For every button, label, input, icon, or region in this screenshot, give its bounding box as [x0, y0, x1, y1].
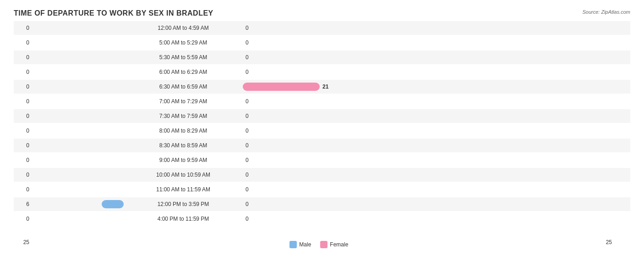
legend-female-label: Female — [330, 241, 348, 248]
chart-row: 0 7:30 AM to 7:59 AM 0 — [14, 109, 630, 123]
chart-row: 0 6:00 AM to 6:29 AM 0 — [14, 65, 630, 79]
male-value: 0 — [14, 172, 32, 178]
male-bar-container — [32, 53, 124, 61]
chart-row: 0 5:30 AM to 5:59 AM 0 — [14, 50, 630, 64]
female-value: 0 — [243, 172, 249, 178]
male-bar-container — [32, 127, 124, 135]
male-value: 0 — [14, 98, 32, 105]
female-bar-container: 0 — [243, 185, 630, 194]
female-bar-container: 0 — [243, 97, 630, 106]
male-value: 0 — [14, 39, 32, 46]
male-value: 0 — [14, 128, 32, 134]
male-value: 0 — [14, 113, 32, 119]
time-label: 5:00 AM to 5:29 AM — [124, 39, 243, 46]
legend-male: Male — [289, 241, 311, 248]
legend-female-box — [320, 241, 327, 248]
axis-left-value: 25 — [14, 239, 32, 245]
male-bar-container — [32, 141, 124, 150]
female-bar — [243, 83, 320, 91]
axis-bottom: 25 Male Female 25 — [14, 236, 630, 248]
male-bar-container — [32, 97, 124, 106]
female-value: 0 — [243, 186, 249, 193]
male-bar-container — [32, 171, 124, 179]
time-label: 12:00 AM to 4:59 AM — [124, 25, 243, 31]
male-bar-container — [32, 156, 124, 164]
female-bar-container: 0 — [243, 24, 630, 32]
female-value: 0 — [243, 54, 249, 61]
time-label: 12:00 PM to 3:59 PM — [124, 201, 243, 207]
axis-right-value: 25 — [606, 239, 630, 245]
time-label: 5:30 AM to 5:59 AM — [124, 54, 243, 61]
male-bar-container — [32, 215, 124, 223]
female-bar-container: 0 — [243, 39, 630, 47]
female-bar-container: 0 — [243, 68, 630, 76]
chart-row: 0 4:00 PM to 11:59 PM 0 — [14, 212, 630, 226]
male-bar-container — [32, 68, 124, 76]
female-bar-container: 0 — [243, 112, 630, 120]
time-label: 10:00 AM to 10:59 AM — [124, 172, 243, 178]
female-value: 0 — [243, 25, 249, 31]
male-value: 0 — [14, 157, 32, 163]
female-value: 0 — [243, 142, 249, 149]
female-bar-container: 0 — [243, 200, 630, 208]
male-value: 0 — [14, 84, 32, 90]
time-label: 11:00 AM to 11:59 AM — [124, 186, 243, 193]
male-bar-container — [32, 83, 124, 91]
female-bar-container: 0 — [243, 53, 630, 61]
male-value: 0 — [14, 186, 32, 193]
female-value: 0 — [243, 128, 249, 134]
male-bar-container — [32, 39, 124, 47]
legend-male-box — [289, 241, 297, 248]
time-label: 8:30 AM to 8:59 AM — [124, 142, 243, 149]
male-value: 0 — [14, 216, 32, 222]
legend-female: Female — [320, 241, 348, 248]
female-value: 0 — [243, 216, 249, 222]
female-bar-container: 21 — [243, 83, 630, 91]
male-bar-container — [32, 24, 124, 32]
female-value: 0 — [243, 157, 249, 163]
male-value: 0 — [14, 54, 32, 61]
male-bar-container — [32, 112, 124, 120]
female-bar-container: 0 — [243, 156, 630, 164]
chart-row: 6 12:00 PM to 3:59 PM 0 — [14, 197, 630, 211]
male-value: 6 — [14, 201, 32, 207]
chart-row: 0 8:30 AM to 8:59 AM 0 — [14, 139, 630, 152]
female-value: 0 — [243, 98, 249, 105]
female-value: 0 — [243, 39, 249, 46]
chart-row: 0 12:00 AM to 4:59 AM 0 — [14, 21, 630, 35]
time-label: 6:30 AM to 6:59 AM — [124, 84, 243, 90]
legend-male-label: Male — [299, 241, 311, 248]
time-label: 7:00 AM to 7:29 AM — [124, 98, 243, 105]
female-value: 0 — [243, 69, 249, 75]
time-label: 9:00 AM to 9:59 AM — [124, 157, 243, 163]
chart-row: 0 7:00 AM to 7:29 AM 0 — [14, 95, 630, 108]
chart-area: 0 12:00 AM to 4:59 AM 0 0 5:00 AM to 5:2… — [14, 21, 630, 234]
male-bar-container — [32, 200, 124, 208]
chart-row: 0 10:00 AM to 10:59 AM 0 — [14, 168, 630, 182]
time-label: 6:00 AM to 6:29 AM — [124, 69, 243, 75]
female-bar-container: 0 — [243, 215, 630, 223]
chart-row: 0 11:00 AM to 11:59 AM 0 — [14, 183, 630, 196]
time-label: 4:00 PM to 11:59 PM — [124, 216, 243, 222]
chart-title: TIME OF DEPARTURE TO WORK BY SEX IN BRAD… — [14, 9, 630, 17]
male-bar — [102, 200, 124, 208]
chart-row: 0 5:00 AM to 5:29 AM 0 — [14, 36, 630, 50]
legend: Male Female — [289, 241, 348, 248]
chart-row: 0 8:00 AM to 8:29 AM 0 — [14, 124, 630, 138]
female-value: 0 — [243, 201, 249, 207]
female-bar-container: 0 — [243, 141, 630, 150]
female-bar-container: 0 — [243, 171, 630, 179]
time-label: 8:00 AM to 8:29 AM — [124, 128, 243, 134]
male-bar-container — [32, 185, 124, 194]
male-value: 0 — [14, 69, 32, 75]
male-value: 0 — [14, 142, 32, 149]
female-bar-container: 0 — [243, 127, 630, 135]
time-label: 7:30 AM to 7:59 AM — [124, 113, 243, 119]
chart-container: TIME OF DEPARTURE TO WORK BY SEX IN BRAD… — [0, 0, 644, 273]
source-label: Source: ZipAtlas.com — [582, 9, 630, 15]
male-value: 0 — [14, 25, 32, 31]
chart-row: 0 9:00 AM to 9:59 AM 0 — [14, 153, 630, 167]
female-value: 0 — [243, 113, 249, 119]
chart-row: 0 6:30 AM to 6:59 AM 21 — [14, 80, 630, 94]
female-value: 21 — [320, 84, 328, 90]
